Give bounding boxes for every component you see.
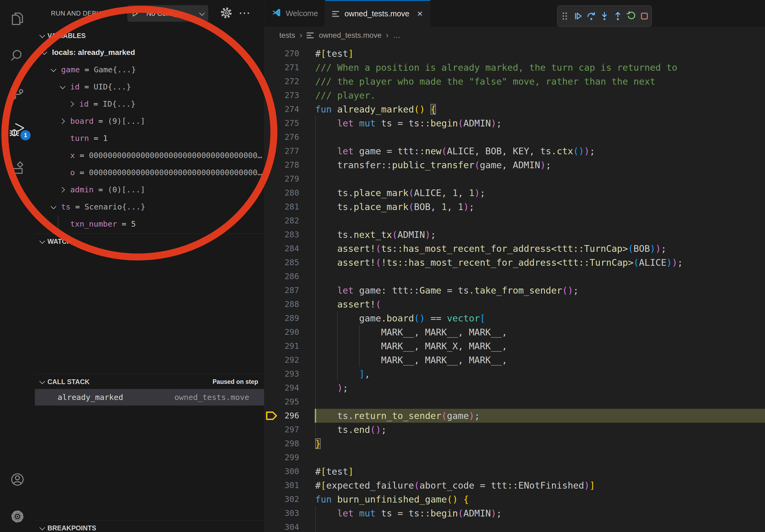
explorer-icon[interactable] (0, 6, 35, 32)
code-line[interactable]: 292 MARK__, MARK__, MARK__, (264, 353, 765, 367)
code-line[interactable]: 294 ); (264, 381, 765, 395)
code-line[interactable]: 302fun burn_unfinished_game() { (264, 492, 765, 506)
step-into-icon[interactable] (598, 8, 610, 24)
code-line[interactable]: 300#[test] (264, 464, 765, 478)
tab-owned-tests-move[interactable]: owned_tests.move ✕ (325, 0, 430, 27)
code-line[interactable]: 304 (264, 520, 765, 532)
gutter[interactable]: 293 (264, 367, 315, 381)
code-line[interactable]: 296 ts.return_to_sender(game); (264, 409, 765, 423)
code-line[interactable]: 291 MARK__, MARK_X, MARK__, (264, 339, 765, 353)
gutter[interactable]: 296 (264, 409, 315, 423)
start-debug-icon[interactable] (127, 9, 143, 17)
extensions-icon[interactable] (0, 155, 35, 181)
gutter[interactable]: 278 (264, 158, 315, 172)
debug-settings-gear-icon[interactable] (219, 6, 233, 21)
code-line[interactable]: 282 (264, 214, 765, 228)
step-over-icon[interactable] (585, 8, 597, 24)
variable-row[interactable]: txn_number = 5 (35, 215, 264, 232)
gutter[interactable]: 292 (264, 353, 315, 367)
gutter[interactable]: 302 (264, 492, 315, 506)
code-line[interactable]: 273/// player. (264, 89, 765, 102)
watch-section-header[interactable]: WATCH (35, 234, 264, 249)
code-line[interactable]: 288 assert!( (264, 297, 765, 311)
gutter[interactable]: 288 (264, 297, 315, 311)
account-icon[interactable] (0, 467, 35, 492)
code-line[interactable]: 272/// the player who made the "false" m… (264, 75, 765, 89)
code-line[interactable]: 274fun already_marked() { (264, 102, 765, 116)
code-line[interactable]: 301#[expected_failure(abort_code = ttt::… (264, 478, 765, 492)
gutter[interactable]: 276 (264, 130, 315, 144)
close-icon[interactable]: ✕ (417, 10, 423, 18)
gutter[interactable]: 304 (264, 520, 315, 532)
code-line[interactable]: 285 assert!(!ts::has_most_recent_for_add… (264, 256, 765, 269)
variable-row[interactable]: locals: already_marked (35, 44, 264, 61)
gutter[interactable]: 275 (264, 116, 315, 130)
code-line[interactable]: 278 transfer::public_transfer(game, ADMI… (264, 158, 765, 172)
breadcrumb-folder[interactable]: tests (279, 31, 295, 40)
gutter[interactable]: 286 (264, 269, 315, 283)
gutter[interactable]: 303 (264, 506, 315, 520)
code-line[interactable]: 299 (264, 450, 765, 464)
code-line[interactable]: 295 (264, 395, 765, 409)
breadcrumb-symbol[interactable]: … (393, 31, 400, 40)
variable-row[interactable]: admin = (0)[...] (35, 181, 264, 198)
code-line[interactable]: 279 (264, 172, 765, 186)
gutter[interactable]: 283 (264, 228, 315, 242)
gutter[interactable]: 298 (264, 437, 315, 450)
gutter[interactable]: 279 (264, 172, 315, 186)
gutter[interactable]: 277 (264, 144, 315, 158)
variables-section-header[interactable]: VARIABLES (35, 28, 264, 43)
continue-icon[interactable] (572, 8, 584, 24)
gutter[interactable]: 282 (264, 214, 315, 228)
code-line[interactable]: 275 let mut ts = ts::begin(ADMIN); (264, 116, 765, 130)
gutter[interactable]: 294 (264, 381, 315, 395)
gutter[interactable]: 290 (264, 325, 315, 339)
code-line[interactable]: 303 let mut ts = ts::begin(ADMIN); (264, 506, 765, 520)
code-line[interactable]: 286 (264, 269, 765, 283)
gutter[interactable]: 284 (264, 242, 315, 256)
gutter[interactable]: 272 (264, 75, 315, 89)
code-line[interactable]: 270#[test] (264, 47, 765, 61)
call-stack-frame[interactable]: already_marked owned_tests.move (35, 389, 264, 405)
gutter[interactable]: 287 (264, 283, 315, 297)
code-line[interactable]: 287 let game: ttt::Game = ts.take_from_s… (264, 283, 765, 297)
variable-row[interactable]: board = (9)[...] (35, 113, 264, 130)
gutter[interactable]: 301 (264, 478, 315, 492)
code-line[interactable]: 293 ], (264, 367, 765, 381)
gutter[interactable]: 289 (264, 311, 315, 325)
gutter[interactable]: 271 (264, 61, 315, 75)
code-line[interactable]: 289 game.board() == vector[ (264, 311, 765, 325)
gutter[interactable]: 291 (264, 339, 315, 353)
breakpoints-section-header[interactable]: BREAKPOINTS (35, 521, 264, 532)
debug-config-dropdown[interactable]: No Configur (127, 5, 208, 22)
code-line[interactable]: 290 MARK__, MARK__, MARK__, (264, 325, 765, 339)
code-line[interactable]: 271/// When a position is already marked… (264, 61, 765, 75)
variable-row[interactable]: ts = Scenario{...} (35, 198, 264, 215)
gutter[interactable]: 300 (264, 464, 315, 478)
gutter[interactable]: 273 (264, 89, 315, 102)
code-line[interactable]: 298} (264, 437, 765, 450)
gutter[interactable]: 299 (264, 450, 315, 464)
gutter[interactable]: 274 (264, 102, 315, 116)
variable-row[interactable]: x = 000000000000000000000000000000000000… (35, 147, 264, 164)
restart-icon[interactable] (625, 8, 637, 24)
gutter[interactable]: 295 (264, 395, 315, 409)
drag-grip-icon[interactable] (559, 8, 571, 24)
stop-icon[interactable] (638, 8, 650, 24)
gutter[interactable]: 297 (264, 423, 315, 437)
variable-row[interactable]: game = Game{...} (35, 61, 264, 78)
more-actions-icon[interactable]: ⋯ (239, 0, 250, 26)
run-debug-icon[interactable]: 1 (0, 117, 35, 142)
tab-welcome[interactable]: Welcome (264, 0, 325, 27)
call-stack-section-header[interactable]: CALL STACK Paused on step (35, 375, 264, 389)
search-icon[interactable] (0, 43, 35, 69)
code-line[interactable]: 297 ts.end(); (264, 423, 765, 437)
variable-row[interactable]: id = ID{...} (35, 95, 264, 113)
code-line[interactable]: 283 ts.next_tx(ADMIN); (264, 228, 765, 242)
gutter[interactable]: 270 (264, 47, 315, 61)
gutter[interactable]: 285 (264, 256, 315, 269)
step-out-icon[interactable] (612, 8, 624, 24)
code-line[interactable]: 281 ts.place_mark(BOB, 1, 1); (264, 200, 765, 214)
settings-gear-icon[interactable] (0, 504, 35, 529)
gutter[interactable]: 281 (264, 200, 315, 214)
